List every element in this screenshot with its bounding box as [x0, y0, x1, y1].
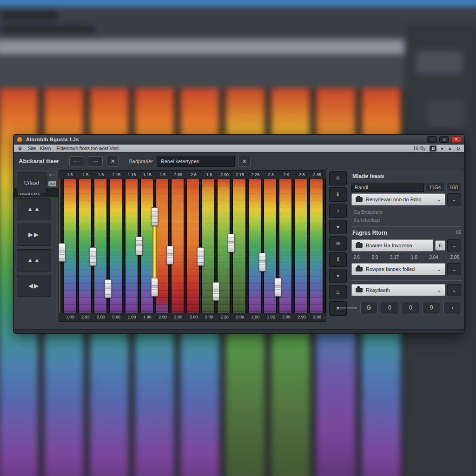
gear-icon: ⚙: [18, 145, 22, 152]
crown-icon-button[interactable]: ♕: [329, 171, 347, 185]
waves-icon-button[interactable]: ≋: [329, 236, 347, 251]
eq-fader-handle-12[interactable]: [274, 278, 281, 297]
note-icon-button[interactable]: ♪: [329, 204, 347, 218]
mode-option-line-2[interactable]: Ba tvttetlast: [351, 215, 461, 223]
section-figures: Fagres Rtorn 66 Boarler Ra frivozsba 6 ⌄…: [350, 227, 462, 281]
maximize-button[interactable]: ◎: [439, 136, 449, 143]
dropdown-arrow-button-1[interactable]: ▾: [329, 220, 347, 234]
eq-slider-track-17[interactable]: [307, 179, 310, 313]
section-figures-value: 66: [456, 230, 461, 236]
arrow-button-4[interactable]: ◀▶: [17, 275, 51, 297]
eq-top-label-13: 2.28: [248, 171, 263, 179]
eq-fader-handle-10[interactable]: [228, 234, 235, 252]
app-icon: [17, 137, 23, 143]
figures-dropdown-2-expand-button[interactable]: ⌄: [447, 263, 461, 275]
bottom-next-button[interactable]: ›: [443, 302, 461, 314]
updown-icon-button[interactable]: ⇕: [329, 252, 347, 267]
eq-slider-track-9[interactable]: [184, 179, 187, 313]
eq-fader-handle-8[interactable]: [197, 247, 204, 266]
right-filter-input[interactable]: Reoel ketertypes: [157, 156, 235, 167]
arrow-button-1[interactable]: ▲▲: [17, 198, 51, 220]
preset-badge-top: 1.2: [49, 173, 54, 177]
bottom-button-4[interactable]: 9: [423, 302, 440, 314]
arrow-button-3[interactable]: ▲▲: [17, 249, 51, 271]
bottom-button-3[interactable]: 0: [402, 302, 419, 314]
mode-option-line-1[interactable]: Ca Bntisoers: [351, 207, 461, 215]
output-dropdown[interactable]: Rkaytlaeth ⌄: [351, 284, 445, 296]
bottom-button-1[interactable]: G: [360, 302, 378, 314]
section-mode-header: Mlade feass: [352, 173, 384, 179]
device-icon: [356, 288, 363, 292]
eq-fader-handle-7[interactable]: [166, 246, 173, 264]
eq-bottom-label-4: 5.60: [109, 313, 124, 321]
preset-button[interactable]: Crlasd: [17, 172, 46, 193]
minimize-button[interactable]: ▫: [427, 136, 437, 143]
eq-bottom-label-10: 2.00: [201, 313, 217, 321]
menubar: ⚙ Site - Kiern Eldentown ftorts too wost…: [14, 145, 464, 152]
clear-right-filter-button[interactable]: ✕: [238, 156, 251, 167]
eq-bottom-label-11: 2.28: [217, 313, 232, 321]
eq-slider-track-16[interactable]: [291, 179, 295, 313]
mode-dropdown[interactable]: Reoydevan noo do Rdro ⌄: [351, 193, 445, 205]
mode-value-box-1: 11Gs: [426, 183, 444, 192]
section-output: Rkaytlaeth ⌄ ⌄ B8dr wositt G009›: [350, 281, 462, 318]
eq-bottom-label-16: 2.90: [294, 313, 310, 321]
output-dropdown-expand-button[interactable]: ⌄: [447, 284, 461, 296]
figures-badge-button[interactable]: 6: [435, 240, 445, 251]
eq-top-label-14: 2.8: [263, 171, 278, 179]
middle-button-column: ♕♝♪▾≋⇕▾♨▾: [329, 171, 347, 316]
spade-icon[interactable]: ♠: [441, 146, 443, 151]
close-button[interactable]: ✕: [451, 136, 461, 143]
mode-name-input[interactable]: Raodl: [351, 183, 424, 192]
eq-fader-handle-3[interactable]: [105, 279, 112, 298]
preset-badge-bottom: 9.9: [48, 181, 56, 186]
eq-bottom-label-13: 2.00: [248, 313, 263, 321]
eq-top-label-1: 1.6: [62, 171, 78, 179]
eq-slider-track-14[interactable]: [261, 179, 264, 313]
eq-fader-handle-4[interactable]: [136, 237, 143, 255]
chevron-down-icon: ⌄: [437, 287, 441, 293]
main-area: Crlasd 1.2 9.9 ▲▲▶▶▲▲◀▶ 1.61.51.82.151.1…: [14, 170, 464, 329]
eq-slider-track-3[interactable]: [91, 179, 94, 313]
eq-fader-handle-5[interactable]: [151, 207, 158, 226]
figures-dropdown-1-expand-button[interactable]: ⌄: [447, 239, 461, 251]
eq-fader-handle-2[interactable]: [89, 247, 96, 266]
backdrop-light-band: [0, 39, 414, 54]
eq-slider-track-10[interactable]: [199, 179, 202, 313]
eq-fader-handle-11[interactable]: [259, 253, 266, 271]
eq-highlighted-track[interactable]: [152, 220, 157, 284]
clear-search-button[interactable]: ✕: [106, 156, 119, 167]
toolbar-small-button-2[interactable]: pms: [88, 156, 103, 166]
eq-slider-track-13[interactable]: [245, 179, 249, 313]
b-button[interactable]: B: [430, 145, 436, 152]
eq-fader-handle-1[interactable]: [59, 243, 66, 262]
titlebar[interactable]: Alornblb Bgusta f.Js ▫ ◎ ✕: [14, 135, 464, 145]
eq-bottom-label-12: 2.09: [232, 313, 248, 321]
menu-item-eldentown[interactable]: Eldentown ftorts too wost Vost: [56, 146, 119, 151]
eq-bottom-label-9: 2.00: [186, 313, 201, 321]
bottom-button-2[interactable]: 0: [381, 302, 398, 314]
eq-slider-track-end[interactable]: [323, 179, 326, 313]
arrow-button-2[interactable]: ▶▶: [17, 224, 51, 246]
equalizer-window: Alornblb Bgusta f.Js ▫ ◎ ✕ ⚙ Site - Kier…: [13, 134, 465, 334]
window-title: Alornblb Bgusta f.Js: [26, 137, 79, 142]
refresh-icon[interactable]: ↻: [456, 146, 460, 151]
eq-slider-track-2[interactable]: [76, 179, 79, 313]
figures-dropdown-2[interactable]: Rowpse fanoek folled ⌄: [351, 263, 445, 275]
eq-slider-track-5[interactable]: [122, 179, 126, 313]
eq-fader-handle-6[interactable]: [151, 278, 158, 297]
figures-number-1: 2.6: [353, 255, 360, 260]
eq-top-label-9: 2.6: [186, 171, 201, 179]
toolbar: Abckarat tteer tmm pms Natarruks ✕ Badpr…: [14, 152, 464, 170]
mode-dropdown-expand-button[interactable]: ⌄: [447, 193, 461, 205]
menu-item-site[interactable]: Site - Kiern: [28, 146, 51, 151]
toolbar-small-button-1[interactable]: tmm: [69, 156, 84, 166]
dropdown-arrow-button-2[interactable]: ▾: [329, 269, 347, 283]
spring-icon-button[interactable]: ♨: [329, 285, 347, 299]
eq-top-label-10: 1.8: [201, 171, 217, 179]
figures-dropdown-1[interactable]: Boarler Ra frivozsba: [351, 239, 433, 251]
warning-icon[interactable]: ▲: [448, 146, 452, 151]
eq-top-label-17: 2.85: [310, 171, 325, 179]
eq-fader-handle-9[interactable]: [212, 282, 219, 301]
bishop-icon-button[interactable]: ♝: [329, 187, 347, 202]
